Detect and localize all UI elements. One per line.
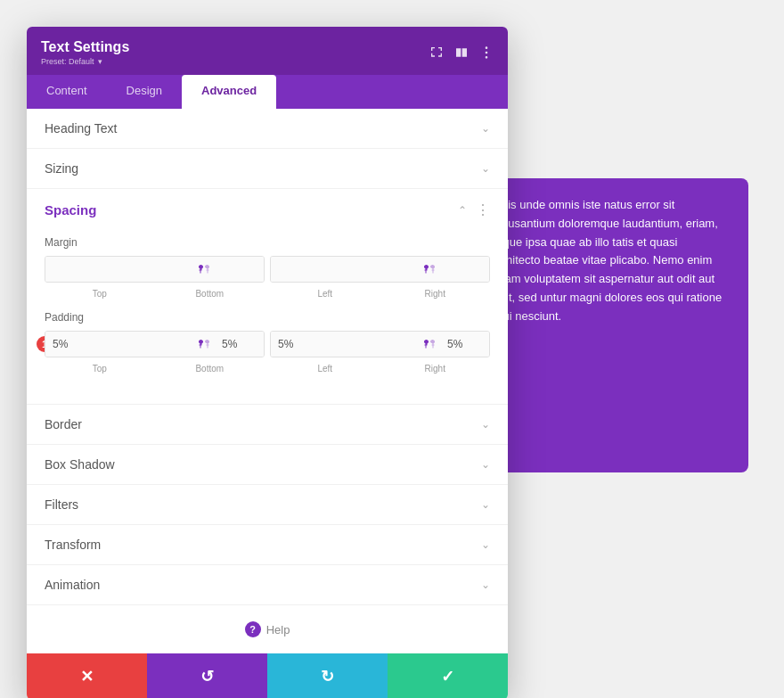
border-chevron: ⌄ <box>481 418 490 431</box>
margin-label: Margin <box>45 236 490 249</box>
columns-icon[interactable] <box>454 45 469 60</box>
more-options-icon[interactable] <box>479 45 494 60</box>
filters-chevron: ⌄ <box>481 498 490 511</box>
section-heading-text[interactable]: Heading Text ⌄ <box>27 109 508 149</box>
padding-top-input[interactable] <box>45 332 193 357</box>
spacing-header-right: ⌃ ⋮ <box>458 201 490 218</box>
animation-label: Animation <box>45 578 100 592</box>
margin-input-labels: Top Bottom Left Right <box>45 286 490 299</box>
margin-top-bottom <box>45 256 265 283</box>
filters-label: Filters <box>45 497 78 512</box>
heading-text-label: Heading Text <box>45 121 117 135</box>
transform-chevron: ⌄ <box>481 538 490 551</box>
margin-lr-labels: Left Right <box>270 286 490 299</box>
padding-lr-labels: Left Right <box>270 361 490 374</box>
section-box-shadow[interactable]: Box Shadow ⌄ <box>27 445 508 485</box>
cancel-button[interactable]: ✕ <box>27 653 147 698</box>
margin-bottom-input[interactable] <box>215 257 265 282</box>
padding-label: Padding <box>45 311 490 324</box>
padding-top-label: Top <box>45 361 155 374</box>
panel-body: Heading Text ⌄ Sizing ⌄ Spacing ⌃ ⋮ Marg… <box>27 109 508 653</box>
spacing-chevron-up[interactable]: ⌃ <box>458 204 467 217</box>
padding-link-icon-left[interactable] <box>193 332 215 357</box>
margin-left-input[interactable] <box>271 257 419 282</box>
margin-inputs <box>45 256 490 283</box>
section-border[interactable]: Border ⌄ <box>27 405 508 445</box>
confirm-button[interactable]: ✓ <box>388 653 508 698</box>
padding-right-input[interactable] <box>440 332 490 357</box>
padding-left-input[interactable] <box>271 332 419 357</box>
panel-footer: ✕ ↺ ↻ ✓ <box>27 653 508 698</box>
margin-top-label: Top <box>45 286 155 299</box>
panel-header: Text Settings Preset: Default ▾ <box>27 27 508 75</box>
border-label: Border <box>45 417 82 431</box>
padding-input-labels: Top Bottom Left Right <box>45 361 490 374</box>
help-icon: ? <box>245 621 261 637</box>
padding-bottom-input[interactable] <box>215 332 265 357</box>
card-text: ciatis unde omnis iste natus error sit a… <box>490 198 722 323</box>
tabs-bar: Content Design Advanced <box>27 75 508 109</box>
help-label: Help <box>266 623 290 636</box>
margin-left-right <box>270 256 490 283</box>
padding-row: 1 <box>45 331 490 357</box>
tab-design[interactable]: Design <box>107 75 182 109</box>
margin-left-label: Left <box>270 286 380 299</box>
section-sizing[interactable]: Sizing ⌄ <box>27 149 508 189</box>
padding-right-label: Right <box>380 361 491 374</box>
tab-content[interactable]: Content <box>27 75 107 109</box>
transform-label: Transform <box>45 538 101 552</box>
content-card: ciatis unde omnis iste natus error sit a… <box>472 178 748 472</box>
padding-tb-labels: Top Bottom <box>45 361 265 374</box>
panel-header-icons <box>429 45 494 60</box>
margin-link-icon-left[interactable] <box>193 257 215 282</box>
spacing-header: Spacing ⌃ ⋮ <box>45 189 490 227</box>
undo-button[interactable]: ↺ <box>147 653 267 698</box>
padding-left-label: Left <box>270 361 380 374</box>
fullscreen-icon[interactable] <box>429 45 444 60</box>
panel-subtitle[interactable]: Preset: Default ▾ <box>41 57 129 66</box>
sizing-label: Sizing <box>45 161 78 176</box>
margin-top-input[interactable] <box>45 257 193 282</box>
padding-top-bottom <box>45 331 265 357</box>
padding-link-icon-right[interactable] <box>419 332 440 357</box>
panel-title-group: Text Settings Preset: Default ▾ <box>41 39 129 66</box>
padding-left-right <box>270 331 490 357</box>
sizing-chevron: ⌄ <box>481 162 490 175</box>
padding-inputs <box>45 331 490 357</box>
settings-panel: Text Settings Preset: Default ▾ Content … <box>27 27 508 698</box>
tab-advanced[interactable]: Advanced <box>182 75 276 109</box>
margin-tb-labels: Top Bottom <box>45 286 265 299</box>
padding-bottom-label: Bottom <box>155 361 265 374</box>
heading-text-chevron: ⌄ <box>481 122 490 135</box>
spacing-more-icon[interactable]: ⋮ <box>476 201 490 218</box>
margin-bottom-label: Bottom <box>155 286 265 299</box>
spacing-title: Spacing <box>45 202 96 218</box>
animation-chevron: ⌄ <box>481 579 490 591</box>
section-filters[interactable]: Filters ⌄ <box>27 485 508 525</box>
redo-button[interactable]: ↻ <box>267 653 388 698</box>
margin-right-label: Right <box>380 286 491 299</box>
help-row[interactable]: ? Help <box>27 605 508 653</box>
panel-title: Text Settings <box>41 39 129 55</box>
margin-link-icon-right[interactable] <box>419 257 440 282</box>
section-animation[interactable]: Animation ⌄ <box>27 565 508 605</box>
box-shadow-label: Box Shadow <box>45 457 115 472</box>
margin-right-input[interactable] <box>440 257 490 282</box>
box-shadow-chevron: ⌄ <box>481 458 490 471</box>
section-transform[interactable]: Transform ⌄ <box>27 525 508 565</box>
spacing-section: Spacing ⌃ ⋮ Margin <box>27 189 508 405</box>
